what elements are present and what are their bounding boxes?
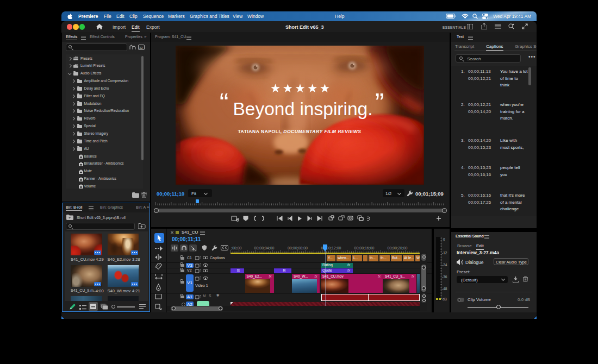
svg-text:32: 32	[139, 46, 143, 49]
svg-text:“: “	[220, 88, 229, 118]
svg-text:TATIANA NAPOLI, DOCUMENTARY FI: TATIANA NAPOLI, DOCUMENTARY FILM REVIEWS	[238, 129, 361, 134]
svg-text:Beyond inspiring.: Beyond inspiring.	[233, 99, 373, 119]
svg-text:”: ”	[375, 88, 384, 118]
